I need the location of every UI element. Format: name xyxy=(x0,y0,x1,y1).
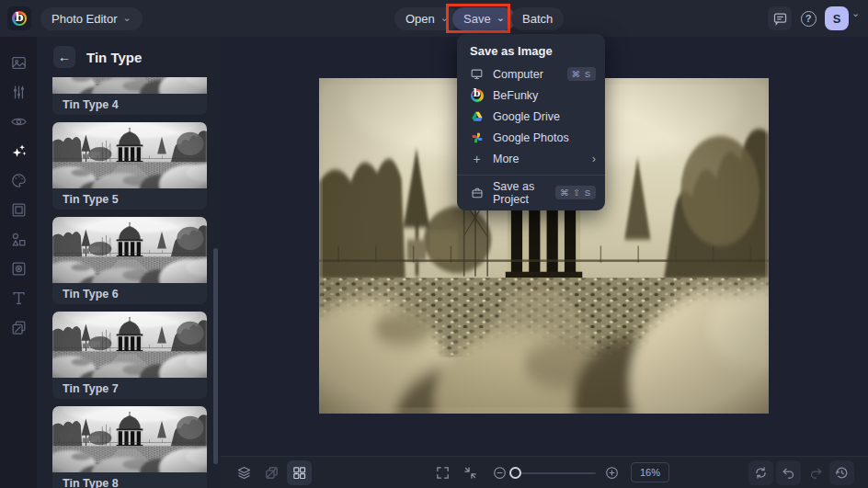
batch-label: Batch xyxy=(522,12,553,26)
effects-panel: ← Tin Type Tin Type 4 Tin Type 5 Tin Typ… xyxy=(37,37,221,488)
app-menu-button[interactable]: Photo Editor ⌄ xyxy=(40,7,143,30)
photo-editor-app: b Photo Editor ⌄ Open ⌄ Save ⌄ Batch ? S xyxy=(0,0,868,488)
panel-scrollbar[interactable] xyxy=(213,248,218,464)
shortcut-badge: ⌘ ⇧ S xyxy=(555,186,596,199)
open-label: Open xyxy=(405,12,435,26)
frame-icon xyxy=(10,201,28,219)
open-button[interactable]: Open ⌄ xyxy=(394,7,460,30)
rail-item-effects[interactable] xyxy=(0,136,37,165)
back-arrow-icon: ← xyxy=(58,50,71,64)
rail-item-edit[interactable] xyxy=(0,48,37,77)
overlays-icon xyxy=(10,319,28,336)
menu-item-label: Save as Project xyxy=(493,180,555,206)
save-button[interactable]: Save ⌄ xyxy=(452,7,516,30)
reset-icon xyxy=(753,465,769,481)
rail-item-artsy[interactable] xyxy=(0,165,37,195)
chevron-down-icon: ⌄ xyxy=(123,12,131,24)
reset-button[interactable] xyxy=(748,460,773,485)
zoom-percentage: 16% xyxy=(631,462,669,482)
app-menu-label: Photo Editor xyxy=(51,12,118,26)
fullscreen-button[interactable] xyxy=(430,460,455,485)
chevron-down-icon: ⌄ xyxy=(497,12,505,24)
zoom-slider-handle[interactable] xyxy=(509,467,521,479)
chevron-down-icon: ⌄ xyxy=(440,12,449,24)
bottom-toolbar: 16% xyxy=(221,456,868,488)
menu-item-save-as-project[interactable]: Save as Project ⌘ ⇧ S xyxy=(457,182,605,203)
befunky-icon: b xyxy=(470,88,484,102)
user-avatar[interactable]: S xyxy=(825,6,849,30)
rail-item-frames[interactable] xyxy=(0,195,37,224)
rail-item-adjust[interactable] xyxy=(0,77,37,107)
effect-card-tin-type-4[interactable]: Tin Type 4 xyxy=(52,77,207,115)
menu-item-more[interactable]: + More › xyxy=(457,148,605,169)
effect-thumbnail xyxy=(52,122,207,188)
project-briefcase-icon xyxy=(470,186,484,199)
tool-rail xyxy=(0,37,37,488)
befunky-logo-icon: b xyxy=(12,11,27,26)
avatar-initial: S xyxy=(833,12,841,26)
fullscreen-icon xyxy=(435,465,451,481)
save-label: Save xyxy=(463,12,491,26)
rail-item-overlays[interactable] xyxy=(0,312,37,342)
effect-card-tin-type-6[interactable]: Tin Type 6 xyxy=(52,217,207,304)
batch-button[interactable]: Batch xyxy=(511,7,564,30)
feedback-chat-button[interactable] xyxy=(768,6,792,30)
effect-card-label: Tin Type 4 xyxy=(52,94,207,115)
grid-view-button[interactable] xyxy=(287,460,312,485)
plus-icon: + xyxy=(470,152,484,165)
rail-item-touchup[interactable] xyxy=(0,107,37,136)
undo-button[interactable] xyxy=(776,460,801,485)
rail-item-text[interactable] xyxy=(0,283,37,312)
history-button[interactable] xyxy=(829,460,854,485)
top-toolbar: b Photo Editor ⌄ Open ⌄ Save ⌄ Batch ? S xyxy=(0,0,868,37)
menu-item-google-photos[interactable]: Google Photos xyxy=(457,127,605,148)
effect-thumbnail xyxy=(52,312,207,378)
effect-card-tin-type-7[interactable]: Tin Type 7 xyxy=(52,312,207,399)
texture-icon xyxy=(10,260,28,278)
undo-icon xyxy=(781,465,796,481)
effect-card-label: Tin Type 5 xyxy=(52,188,207,210)
zoom-out-button[interactable] xyxy=(487,460,512,485)
fit-to-screen-button[interactable] xyxy=(458,460,483,485)
zoom-in-button[interactable] xyxy=(600,460,624,485)
back-button[interactable]: ← xyxy=(53,46,75,68)
menu-divider xyxy=(457,175,605,176)
zoom-out-icon xyxy=(492,465,508,481)
image-icon xyxy=(10,54,28,72)
help-button[interactable]: ? xyxy=(796,6,820,30)
compare-button[interactable] xyxy=(259,460,284,485)
rail-item-graphics[interactable] xyxy=(0,224,37,254)
grid-icon xyxy=(291,465,307,481)
save-menu-title: Save as Image xyxy=(457,40,605,63)
effect-thumbnail xyxy=(52,77,207,94)
question-mark-icon: ? xyxy=(801,11,817,27)
history-icon xyxy=(834,465,850,481)
computer-icon xyxy=(470,67,484,81)
menu-item-befunky[interactable]: b BeFunky xyxy=(457,85,605,106)
save-dropdown-menu: Save as Image Computer ⌘ S b BeFunky xyxy=(457,34,605,210)
layers-button[interactable] xyxy=(232,460,257,485)
shapes-icon xyxy=(10,231,28,248)
effect-card-label: Tin Type 8 xyxy=(52,472,207,488)
effect-thumbnail xyxy=(52,406,207,472)
sliders-icon xyxy=(10,84,28,101)
chevron-right-icon: › xyxy=(592,152,596,165)
eye-icon xyxy=(10,113,28,131)
menu-item-computer[interactable]: Computer ⌘ S xyxy=(457,63,605,85)
menu-item-google-drive[interactable]: Google Drive xyxy=(457,106,605,127)
zoom-slider[interactable] xyxy=(511,472,596,474)
sparkles-icon xyxy=(10,142,28,160)
zoom-in-icon xyxy=(604,465,620,481)
effect-card-tin-type-8[interactable]: Tin Type 8 xyxy=(52,406,207,488)
befunky-logo[interactable]: b xyxy=(7,6,31,30)
layers-icon xyxy=(236,465,252,481)
redo-button[interactable] xyxy=(804,460,828,485)
menu-item-label: Computer xyxy=(493,68,567,81)
fit-screen-icon xyxy=(463,465,478,481)
effect-card-tin-type-5[interactable]: Tin Type 5 xyxy=(52,122,207,210)
account-chevron-down-icon[interactable]: ⌄ xyxy=(851,7,860,19)
panel-header: ← Tin Type xyxy=(37,37,221,77)
effect-card-label: Tin Type 6 xyxy=(52,283,207,304)
rail-item-textures[interactable] xyxy=(0,254,37,283)
effect-card-label: Tin Type 7 xyxy=(52,378,207,399)
